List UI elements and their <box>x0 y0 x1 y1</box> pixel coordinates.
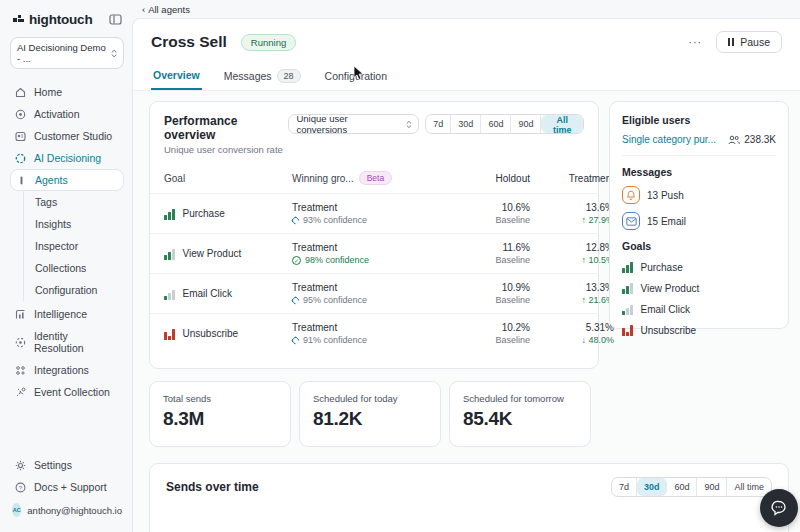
pause-button[interactable]: Pause <box>716 31 782 53</box>
goal-list-item[interactable]: Unsubscribe <box>622 324 776 336</box>
customer-studio-icon <box>14 131 27 142</box>
sidebar-item-integrations[interactable]: Integrations <box>10 359 124 381</box>
goal-list-item[interactable]: Email Click <box>622 303 776 315</box>
range-alltime-button[interactable]: All time <box>541 115 583 133</box>
messages-count-badge: 28 <box>277 69 301 83</box>
table-row[interactable]: Purchase Treatment 93% confidence 10.6% … <box>150 193 598 233</box>
breadcrumb[interactable]: ‹ All agents <box>142 4 190 15</box>
overview-content: Performance overview Unique user convers… <box>133 91 800 532</box>
agents-icon <box>15 175 28 186</box>
bell-icon <box>622 186 640 204</box>
sidebar-item-label: Collections <box>35 262 86 274</box>
sidebar-item-event-collection[interactable]: Event Collection <box>10 381 124 403</box>
holdout-value: 11.6% <box>442 242 530 253</box>
holdout-baseline-label: Baseline <box>442 255 530 265</box>
sidebar-item-agents[interactable]: Agents <box>10 169 124 191</box>
pause-label: Pause <box>740 36 770 48</box>
sidebar-item-docs-support[interactable]: ? Docs + Support <box>10 476 124 498</box>
page-title: Cross Sell <box>151 33 227 51</box>
tab-label: Configuration <box>325 70 387 82</box>
chat-bubble-icon <box>770 499 788 517</box>
range-7d-button[interactable]: 7d <box>612 478 637 496</box>
col-holdout: Holdout <box>442 173 530 184</box>
sends-bar-chart: 40K <box>166 523 772 532</box>
tab-label: Overview <box>153 69 200 81</box>
app-window: hightouch AI Decisioning Demo - ... Home… <box>0 0 800 532</box>
treatment-delta: ↑ 10.5% <box>530 255 614 265</box>
tab-bar: Overview Messages 28 Configuration <box>133 63 800 91</box>
sidebar-item-label: Identity Resolution <box>34 330 120 354</box>
sidebar-item-insights[interactable]: Insights <box>33 213 124 235</box>
sidebar-item-configuration[interactable]: Configuration <box>33 279 124 301</box>
sidebar-item-settings[interactable]: Settings <box>10 454 124 476</box>
goal-bars-icon <box>164 288 175 300</box>
email-messages-row[interactable]: 15 Email <box>622 212 776 230</box>
treatment-delta: ↑ 27.9% <box>530 215 614 225</box>
range-60d-button[interactable]: 60d <box>481 115 511 133</box>
goal-name: Unsubscribe <box>641 325 697 336</box>
tab-overview[interactable]: Overview <box>151 63 202 90</box>
workspace-selector[interactable]: AI Decisioning Demo - ... <box>10 37 124 69</box>
sidebar-item-collections[interactable]: Collections <box>33 257 124 279</box>
sidebar-item-activation[interactable]: Activation <box>10 103 124 125</box>
sidebar-item-label: Home <box>34 86 62 98</box>
sidebar-item-identity-resolution[interactable]: Identity Resolution <box>10 325 124 359</box>
tab-configuration[interactable]: Configuration <box>323 63 389 90</box>
chat-fab-button[interactable] <box>760 489 798 527</box>
range-30d-button[interactable]: 30d <box>637 478 668 496</box>
stat-label: Total sends <box>163 393 277 404</box>
range-7d-button[interactable]: 7d <box>426 115 451 133</box>
sidebar-item-customer-studio[interactable]: Customer Studio <box>10 125 124 147</box>
sidebar-user-menu[interactable]: AC anthony@hightouch.io <box>10 498 124 522</box>
range-60d-button[interactable]: 60d <box>667 478 697 496</box>
range-90d-button[interactable]: 90d <box>511 115 541 133</box>
push-messages-row[interactable]: 13 Push <box>622 186 776 204</box>
chevron-left-icon: ‹ <box>142 4 145 15</box>
metric-select[interactable]: Unique user conversions <box>288 114 419 134</box>
main-area: ‹ All agents Cross Sell Running ··· Paus… <box>132 0 800 532</box>
sidebar-item-tags[interactable]: Tags <box>33 191 124 213</box>
range-90d-button[interactable]: 90d <box>697 478 727 496</box>
table-row[interactable]: Unsubscribe Treatment 91% confidence 10.… <box>150 313 598 353</box>
goal-bars-icon <box>164 248 175 260</box>
treatment-value: 13.6% <box>530 202 614 213</box>
sidebar-item-label: AI Decisioning <box>34 152 101 164</box>
confidence-label: 95% confidence <box>303 295 367 305</box>
stat-label: Scheduled for today <box>313 393 427 404</box>
logo-row: hightouch <box>10 10 124 27</box>
top-strip: ‹ All agents <box>132 0 800 18</box>
stat-label: Scheduled for tomorrow <box>463 393 577 404</box>
treatment-delta: ↑ 21.6% <box>530 295 614 305</box>
ai-decisioning-icon <box>14 153 27 164</box>
goal-bars-icon <box>622 303 633 315</box>
confidence-label: 93% confidence <box>303 215 367 225</box>
treatment-value: 5.31% <box>530 322 614 333</box>
table-row[interactable]: View Product Treatment ✓98% confidence 1… <box>150 233 598 273</box>
stat-value: 8.3M <box>163 408 277 430</box>
sidebar-item-inspector[interactable]: Inspector <box>33 235 124 257</box>
eligible-user-count: 238.3K <box>744 134 776 145</box>
goal-list-item[interactable]: Purchase <box>622 261 776 273</box>
sidebar-item-intelligence[interactable]: Intelligence <box>10 303 124 325</box>
audience-link[interactable]: Single category pur... <box>622 134 716 145</box>
sidebar-item-home[interactable]: Home <box>10 81 124 103</box>
tab-messages[interactable]: Messages 28 <box>222 63 303 90</box>
logo-text: hightouch <box>29 12 92 27</box>
sidebar-collapse-icon[interactable] <box>109 13 122 26</box>
overflow-menu-icon[interactable]: ··· <box>688 36 702 48</box>
stat-value: 81.2K <box>313 408 427 430</box>
integrations-icon <box>14 365 27 376</box>
goal-bars-icon <box>622 324 633 336</box>
scheduled-today-card: Scheduled for today 81.2K <box>299 381 441 447</box>
breadcrumb-label: All agents <box>148 4 190 15</box>
table-row[interactable]: Email Click Treatment 95% confidence 10.… <box>150 273 598 313</box>
sidebar-item-ai-decisioning[interactable]: AI Decisioning <box>10 147 124 169</box>
sends-range-segmented: 7d 30d 60d 90d All time <box>611 477 772 497</box>
performance-title: Performance overview <box>164 114 288 142</box>
event-collection-icon <box>14 387 27 398</box>
col-winning-group: Winning gro... <box>292 173 354 184</box>
range-alltime-button[interactable]: All time <box>727 478 771 496</box>
range-30d-button[interactable]: 30d <box>451 115 481 133</box>
hightouch-logo-icon <box>12 13 25 26</box>
goal-list-item[interactable]: View Product <box>622 282 776 294</box>
